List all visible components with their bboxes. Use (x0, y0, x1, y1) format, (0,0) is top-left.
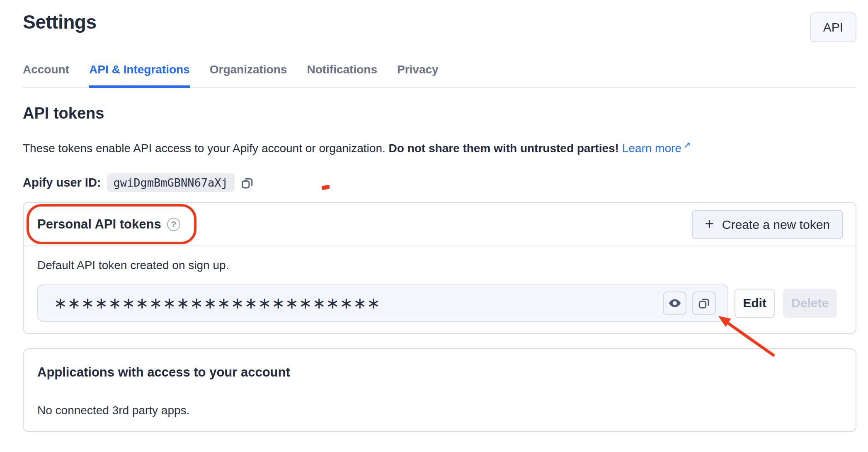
help-icon[interactable]: ? (167, 218, 180, 231)
show-token-button[interactable] (663, 292, 686, 315)
user-id-label: Apify user ID: (23, 176, 101, 190)
copy-icon (698, 296, 711, 310)
tab-organizations[interactable]: Organizations (210, 63, 287, 88)
tab-notifications[interactable]: Notifications (307, 63, 377, 88)
copy-token-button[interactable] (692, 292, 716, 315)
applications-card: Applications with access to your account… (23, 348, 856, 432)
applications-title: Applications with access to your account (37, 365, 290, 380)
plus-icon: + (705, 216, 714, 231)
card-header: Personal API tokens ? + Create a new tok… (24, 203, 856, 246)
token-caption: Default API token created on sign up. (37, 259, 229, 272)
token-field-actions (663, 285, 716, 321)
edit-token-button[interactable]: Edit (735, 289, 775, 318)
copy-user-id-icon[interactable] (240, 176, 255, 190)
create-new-token-label: Create a new token (722, 218, 830, 232)
tab-api-integrations[interactable]: API & Integrations (89, 63, 190, 88)
personal-api-tokens-card: Personal API tokens ? + Create a new tok… (23, 202, 856, 334)
user-id-value: gwiDgmBmGBNN67aXj (107, 173, 235, 192)
settings-page: Settings API Account API & Integrations … (0, 0, 868, 452)
api-button[interactable]: API (810, 12, 856, 42)
page-title: Settings (23, 11, 96, 33)
description-text: These tokens enable API access to your A… (23, 142, 386, 155)
description-warning: Do not share them with untrusted parties… (389, 142, 619, 155)
annotation-red-dash (321, 185, 330, 190)
user-id-row: Apify user ID: gwiDgmBmGBNN67aXj (23, 173, 255, 192)
personal-api-tokens-label: Personal API tokens (37, 217, 161, 232)
section-heading-api-tokens: API tokens (23, 104, 104, 122)
settings-tabs: Account API & Integrations Organizations… (23, 61, 856, 88)
token-masked-field[interactable]: ∗∗∗∗∗∗∗∗∗∗∗∗∗∗∗∗∗∗∗∗∗∗∗∗ (37, 284, 728, 322)
applications-empty-text: No connected 3rd party apps. (37, 404, 189, 417)
eye-icon (668, 296, 681, 310)
learn-more-link[interactable]: Learn more (622, 142, 681, 155)
token-row: ∗∗∗∗∗∗∗∗∗∗∗∗∗∗∗∗∗∗∗∗∗∗∗∗ (37, 284, 837, 322)
delete-token-button: Delete (783, 289, 837, 318)
create-new-token-button[interactable]: + Create a new token (692, 210, 843, 239)
section-description: These tokens enable API access to your A… (23, 137, 691, 157)
token-mask-value: ∗∗∗∗∗∗∗∗∗∗∗∗∗∗∗∗∗∗∗∗∗∗∗∗ (54, 284, 381, 322)
external-link-icon: ↗ (683, 140, 691, 150)
tab-account[interactable]: Account (23, 63, 69, 88)
tab-privacy[interactable]: Privacy (397, 63, 439, 88)
personal-api-tokens-title: Personal API tokens ? (37, 217, 180, 232)
